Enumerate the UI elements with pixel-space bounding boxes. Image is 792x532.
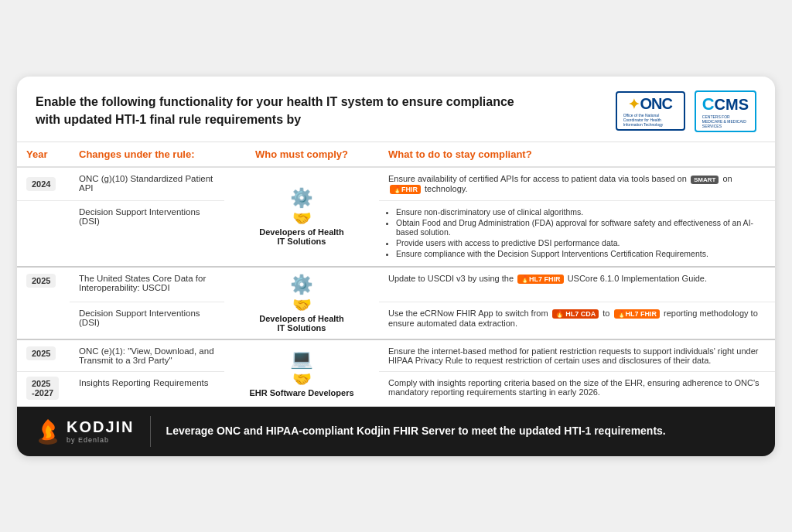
fhir-badge-2: 🔥 HL7 FHIR [517,275,564,284]
table-row: Decision Support Interventions (DSI) Use… [17,302,775,339]
what-cell-dsi2: Use the eCRNow FHIR App to switch from 🔥… [379,302,775,339]
dsi-bullet-list: Ensure non-discriminatory use of clinica… [388,207,766,258]
who-cell-health-it-2025: ⚙️ 🤝 Developers of HealthIT Solutions [224,267,379,339]
changes-cell: ONC (g)(10) Standardized Patient API [70,167,224,201]
ehr-hands-icon: 🤝 [292,370,312,387]
health-it-icon: ⚙️ [290,187,313,208]
table-row: Decision Support Interventions (DSI) Ens… [17,200,775,267]
health-it-icon-2: ⚙️ [290,274,313,295]
ehr-icon: 💻 [290,348,313,369]
changes-cell-onc-e1: ONC (e)(1): "View, Download, and Transmi… [70,339,224,372]
hl7-cda-badge: 🔥 HL7 CDA [552,309,599,319]
cms-logo: C CMS CENTERS FOR MEDICARE & MEDICAID SE… [695,90,756,132]
onc-subtitle: Office of the National Coordinator for H… [623,113,678,127]
cms-subtitle: CENTERS FOR MEDICARE & MEDICAID SERVICES [702,114,749,128]
changes-cell-insights: Insights Reporting Requirements [70,371,224,406]
main-card: Enable the following functionality for y… [17,77,775,456]
col-what: What to do to stay compliant? [379,142,775,167]
who-label-ehr: EHR Software Developers [249,388,353,397]
changes-cell-dsi: Decision Support Interventions (DSI) [70,200,224,267]
table-row: 2025 The United States Core Data for Int… [17,267,775,302]
year-badge-2024: 2024 [26,177,56,191]
cms-text: CMS [715,96,749,114]
kodjin-by-label: by Edenlab [67,436,135,444]
what-cell-onc-e1: Ensure the internet-based method for pat… [379,339,775,372]
onc-logo: ✦ ONC Office of the National Coordinator… [616,91,685,131]
who-cell-health-it: ⚙️ 🤝 Developers of HealthIT Solutions [224,167,379,267]
what-cell-insights: Comply with insights reporting criteria … [379,371,775,406]
year-cell-2025b: 2025 [17,339,70,372]
col-who: Who must comply? [224,142,379,167]
kodjin-brand: KODJIN [67,418,135,436]
cms-c-icon: C [702,94,715,114]
bullet-2: Obtain Food and Drug Administration (FDA… [396,218,766,237]
col-year: Year [17,142,70,167]
footer: KODJIN by Edenlab Leverage ONC and HIPAA… [17,407,775,456]
who-label-health-it: Developers of HealthIT Solutions [259,227,343,246]
who-cell-ehr: 💻 🤝 EHR Software Developers [224,339,379,407]
table-row: 2025 ONC (e)(1): "View, Download, and Tr… [17,339,775,372]
table-row: 2025-2027 Insights Reporting Requirement… [17,371,775,406]
header-title: Enable the following functionality for y… [36,94,515,128]
bullet-1: Ensure non-discriminatory use of clinica… [396,207,766,217]
year-cell-2025a: 2025 [17,267,70,339]
col-changes: Changes under the rule: [70,142,224,167]
logos-container: ✦ ONC Office of the National Coordinator… [616,90,756,132]
smart-badge: SMART [691,176,719,184]
who-label-health-it-2: Developers of HealthIT Solutions [259,314,343,332]
onc-text: ONC [640,95,671,113]
onc-star-icon: ✦ [628,96,640,113]
table-row: 2024 ONC (g)(10) Standardized Patient AP… [17,167,775,201]
hands-icon-2: 🤝 [292,296,312,313]
kodjin-flame-icon [36,418,60,445]
hands-icon: 🤝 [292,210,312,227]
kodjin-text-block: KODJIN by Edenlab [67,418,135,444]
bullet-4: Ensure compliance with the Decision Supp… [396,249,766,258]
year-badge-2025-2027: 2025-2027 [26,377,59,400]
changes-cell-uscdi: The United States Core Data for Interope… [70,267,224,302]
what-cell-dsi: Ensure non-discriminatory use of clinica… [379,200,775,267]
footer-message: Leverage ONC and HIPAA-compliant Kodjin … [166,424,666,439]
year-cell: 2024 [17,167,70,201]
year-cell-2025-2027: 2025-2027 [17,371,70,406]
fhir-badge-3: 🔥 HL7 FHIR [614,309,661,319]
what-cell-uscdi: Update to USCDI v3 by using the 🔥 HL7 FH… [379,267,775,302]
table-header-row: Year Changes under the rule: Who must co… [17,142,775,167]
header: Enable the following functionality for y… [17,77,775,142]
bullet-3: Provide users with access to predictive … [396,238,766,247]
year-badge-2025b: 2025 [26,346,56,360]
compliance-table: Year Changes under the rule: Who must co… [17,142,775,407]
year-cell-empty [17,200,70,267]
footer-divider [150,416,151,447]
what-cell: Ensure availability of certified APIs fo… [379,167,775,201]
changes-cell-dsi2: Decision Support Interventions (DSI) [70,302,224,339]
footer-logo: KODJIN by Edenlab [36,418,135,445]
year-badge-2025a: 2025 [26,274,56,288]
fhir-badge-1: 🔥 FHIR [390,185,421,194]
